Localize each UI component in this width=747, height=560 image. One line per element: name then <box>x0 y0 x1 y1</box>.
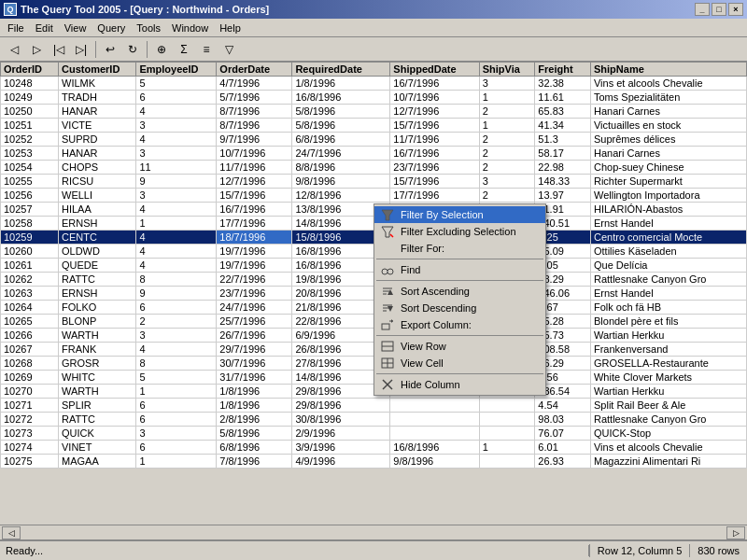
table-cell[interactable]: FOLKO <box>59 301 136 315</box>
table-cell[interactable]: 10267 <box>1 343 59 357</box>
table-cell[interactable]: Que Delícia <box>590 259 746 273</box>
table-cell[interactable]: 4 <box>136 245 217 259</box>
table-row[interactable]: 10252SUPRD49/7/19966/8/199611/7/1996251.… <box>1 133 747 147</box>
table-cell[interactable]: 3/9/1996 <box>292 441 390 455</box>
table-cell[interactable]: Suprêmes délices <box>590 133 746 147</box>
table-cell[interactable] <box>390 413 479 427</box>
table-cell[interactable]: ERNSH <box>59 287 136 301</box>
toolbar-undo-button[interactable]: ↩ <box>100 39 120 60</box>
toolbar-refresh-button[interactable]: ↻ <box>122 39 143 60</box>
restore-button[interactable]: □ <box>712 3 726 16</box>
table-cell[interactable]: Hanari Carnes <box>590 105 746 119</box>
context-menu-item-export-col[interactable]: Export Column: <box>374 316 545 333</box>
table-cell[interactable]: 76.07 <box>535 427 591 441</box>
table-cell[interactable]: 10250 <box>1 105 59 119</box>
context-menu-item-filter-by-selection[interactable]: Filter By Selection <box>374 206 545 223</box>
col-header-shippeddate[interactable]: ShippedDate <box>390 63 479 77</box>
table-cell[interactable]: 9/7/1996 <box>217 133 292 147</box>
table-cell[interactable]: 1/8/1996 <box>217 399 292 413</box>
table-cell[interactable]: 16/7/1996 <box>217 203 292 217</box>
table-cell[interactable]: 3 <box>136 189 217 203</box>
table-cell[interactable]: Magazzini Alimentari Ri <box>590 455 746 469</box>
table-cell[interactable]: Hanari Carnes <box>590 147 746 161</box>
title-bar-buttons[interactable]: _ □ × <box>695 3 743 16</box>
table-row[interactable]: 10250HANAR48/7/19965/8/199612/7/1996265.… <box>1 105 747 119</box>
table-cell[interactable]: 10264 <box>1 301 59 315</box>
horizontal-scrollbar[interactable]: ◁ ▷ <box>0 525 747 539</box>
table-cell[interactable]: 3 <box>136 147 217 161</box>
table-cell[interactable]: 32.38 <box>535 77 591 91</box>
table-cell[interactable]: 22/7/1996 <box>217 273 292 287</box>
table-row[interactable]: 10249TRADH65/7/199616/8/199610/7/1996111… <box>1 91 747 105</box>
table-cell[interactable]: 11/7/1996 <box>217 161 292 175</box>
table-cell[interactable]: Ernst Handel <box>590 287 746 301</box>
table-cell[interactable]: Wartian Herkku <box>590 329 746 343</box>
table-cell[interactable]: TRADH <box>59 91 136 105</box>
table-cell[interactable]: 10/7/1996 <box>217 147 292 161</box>
table-cell[interactable]: QUICK <box>59 427 136 441</box>
table-cell[interactable]: Chop-suey Chinese <box>590 161 746 175</box>
table-cell[interactable]: 6 <box>136 441 217 455</box>
table-row[interactable]: 10275MAGAA17/8/19964/9/19969/8/199626.93… <box>1 455 747 469</box>
table-cell[interactable]: 10266 <box>1 329 59 343</box>
context-menu-item-sort-desc[interactable]: Sort Descending <box>374 300 545 316</box>
table-cell[interactable]: 11 <box>136 161 217 175</box>
table-cell[interactable]: 5/8/1996 <box>292 105 390 119</box>
table-cell[interactable]: GROSR <box>59 357 136 371</box>
table-cell[interactable]: 4 <box>136 105 217 119</box>
table-row[interactable]: 10251VICTE38/7/19965/8/199615/7/1996141.… <box>1 119 747 133</box>
table-cell[interactable]: 3 <box>479 77 535 91</box>
table-cell[interactable]: VINET <box>59 441 136 455</box>
context-menu-item-view-row[interactable]: View Row <box>374 338 545 355</box>
table-cell[interactable]: 12/8/1996 <box>292 189 390 203</box>
table-cell[interactable]: 10255 <box>1 175 59 189</box>
table-cell[interactable]: Frankenversand <box>590 343 746 357</box>
table-cell[interactable]: 10265 <box>1 315 59 329</box>
table-cell[interactable]: Blondel père et fils <box>590 315 746 329</box>
table-cell[interactable]: Wartian Herkku <box>590 385 746 399</box>
table-cell[interactable]: WILMK <box>59 77 136 91</box>
table-cell[interactable]: 51.3 <box>535 133 591 147</box>
col-header-shipname[interactable]: ShipName <box>590 63 746 77</box>
table-cell[interactable]: OLDWD <box>59 245 136 259</box>
table-cell[interactable]: 10272 <box>1 413 59 427</box>
table-cell[interactable]: 10257 <box>1 203 59 217</box>
table-cell[interactable]: 10263 <box>1 287 59 301</box>
table-row[interactable]: 10248WILMK54/7/19961/8/199616/7/1996332.… <box>1 77 747 91</box>
table-cell[interactable]: 24/7/1996 <box>217 301 292 315</box>
table-cell[interactable] <box>479 413 535 427</box>
table-cell[interactable]: SPLIR <box>59 399 136 413</box>
table-cell[interactable]: WARTH <box>59 329 136 343</box>
table-cell[interactable]: 22.98 <box>535 161 591 175</box>
table-cell[interactable]: Richter Supermarkt <box>590 175 746 189</box>
table-cell[interactable]: 4.54 <box>535 399 591 413</box>
table-cell[interactable]: 2 <box>479 147 535 161</box>
table-cell[interactable]: Rattlesnake Canyon Gro <box>590 273 746 287</box>
table-cell[interactable]: 1 <box>136 217 217 231</box>
table-cell[interactable]: 4 <box>136 259 217 273</box>
col-header-employeeid[interactable]: EmployeeID <box>136 63 217 77</box>
close-button[interactable]: × <box>728 3 743 16</box>
table-cell[interactable]: HILAA <box>59 203 136 217</box>
table-cell[interactable]: 16/7/1996 <box>390 77 479 91</box>
table-cell[interactable]: 10260 <box>1 245 59 259</box>
table-cell[interactable]: 4 <box>136 203 217 217</box>
table-cell[interactable]: 1/8/1996 <box>217 385 292 399</box>
table-cell[interactable] <box>479 427 535 441</box>
table-cell[interactable]: Wellington Importadora <box>590 189 746 203</box>
table-cell[interactable]: 10268 <box>1 357 59 371</box>
table-cell[interactable]: White Clover Markets <box>590 371 746 385</box>
table-cell[interactable]: 6 <box>136 399 217 413</box>
table-cell[interactable]: 19/7/1996 <box>217 259 292 273</box>
table-cell[interactable]: ERNSH <box>59 217 136 231</box>
menu-window[interactable]: Window <box>166 21 214 35</box>
menu-view[interactable]: View <box>59 21 92 35</box>
context-menu-item-find[interactable]: Find <box>374 261 545 278</box>
table-cell[interactable]: 13.97 <box>535 189 591 203</box>
table-cell[interactable]: CENTC <box>59 231 136 245</box>
table-cell[interactable]: 16/7/1996 <box>390 147 479 161</box>
toolbar-funnel-button[interactable]: ▽ <box>218 39 239 60</box>
table-cell[interactable]: 1 <box>479 119 535 133</box>
minimize-button[interactable]: _ <box>695 3 710 16</box>
toolbar-forward-button[interactable]: ▷ <box>26 39 47 60</box>
